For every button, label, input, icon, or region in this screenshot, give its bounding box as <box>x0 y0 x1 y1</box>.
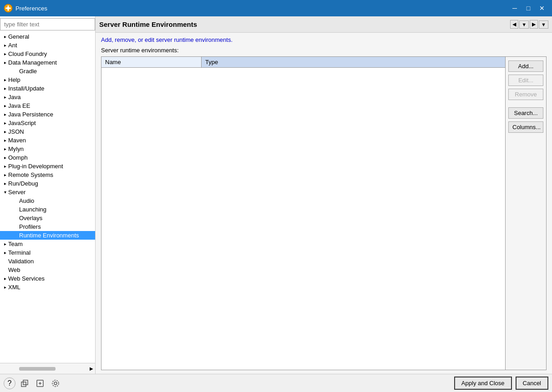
minimize-button[interactable]: ─ <box>508 2 521 15</box>
tree-arrow-profilers <box>13 224 19 230</box>
panel-description: Add, remove, or edit server runtime envi… <box>101 36 547 43</box>
filter-input[interactable] <box>0 18 95 30</box>
tree-label-maven: Maven <box>8 137 93 144</box>
tree-label-terminal: Terminal <box>8 249 93 256</box>
tree-arrow-remote-systems: ▸ <box>2 172 8 178</box>
tree-label-install-update: Install/Update <box>8 85 93 92</box>
sidebar-item-gradle[interactable]: Gradle <box>0 67 95 75</box>
maximize-button[interactable]: □ <box>522 2 535 15</box>
apply-and-close-button[interactable]: Apply and Close <box>454 377 512 390</box>
tree-arrow-java: ▸ <box>2 94 8 101</box>
sidebar-item-javascript[interactable]: ▸JavaScript <box>0 119 95 127</box>
tree-arrow-javascript: ▸ <box>2 120 8 126</box>
sidebar-item-plugin-dev[interactable]: ▸Plug-in Development <box>0 162 95 171</box>
tree-label-overlays: Overlays <box>19 215 93 221</box>
sidebar-item-general[interactable]: ▸General <box>0 32 95 41</box>
status-bar: ? Apply and Close Cancel <box>0 374 552 392</box>
sidebar-item-profilers[interactable]: Profilers <box>0 222 95 231</box>
help-icon-button[interactable]: ? <box>4 377 15 389</box>
button-column: Add... Edit... Remove Search... Columns.… <box>505 57 546 370</box>
main-area: ▸General▸Ant▸Cloud Foundry▸Data Manageme… <box>0 16 552 374</box>
sidebar-item-remote-systems[interactable]: ▸Remote Systems <box>0 171 95 179</box>
sidebar-item-team[interactable]: ▸Team <box>0 240 95 248</box>
column-name-header[interactable]: Name <box>101 57 202 67</box>
tree-label-run-debug: Run/Debug <box>8 180 93 187</box>
back-button[interactable]: ◀ <box>510 20 518 29</box>
tree-label-java-persistence: Java Persistence <box>8 111 93 118</box>
sidebar-item-terminal[interactable]: ▸Terminal <box>0 248 95 257</box>
sidebar-item-maven[interactable]: ▸Maven <box>0 136 95 145</box>
tree-label-web-services: Web Services <box>8 275 93 282</box>
tree-label-server: Server <box>8 189 93 196</box>
tree-arrow-team: ▸ <box>2 241 8 247</box>
tree-arrow-audio <box>13 198 19 204</box>
sidebar-item-java-persistence[interactable]: ▸Java Persistence <box>0 110 95 119</box>
sidebar-item-web-services[interactable]: ▸Web Services <box>0 274 95 283</box>
tree-label-xml: XML <box>8 284 93 291</box>
tree-label-team: Team <box>8 241 93 247</box>
remove-button[interactable]: Remove <box>508 89 543 100</box>
sidebar-item-oomph[interactable]: ▸Oomph <box>0 153 95 162</box>
sidebar-item-install-update[interactable]: ▸Install/Update <box>0 84 95 93</box>
add-button[interactable]: Add... <box>508 60 543 72</box>
table-outer: Name Type Add... Edit... Remove Search..… <box>101 56 547 370</box>
restore-icon-button[interactable] <box>18 377 31 390</box>
table-header: Name Type <box>101 57 505 68</box>
sidebar-item-data-management[interactable]: ▸Data Management <box>0 58 95 67</box>
svg-rect-2 <box>21 382 26 387</box>
sidebar-item-help[interactable]: ▸Help <box>0 75 95 84</box>
sidebar-item-cloud-foundry[interactable]: ▸Cloud Foundry <box>0 50 95 58</box>
edit-button[interactable]: Edit... <box>508 75 543 86</box>
sidebar-item-audio[interactable]: Audio <box>0 196 95 205</box>
table-body[interactable] <box>101 68 505 370</box>
sidebar-item-run-debug[interactable]: ▸Run/Debug <box>0 179 95 188</box>
tree-label-remote-systems: Remote Systems <box>8 171 93 178</box>
tree-label-plugin-dev: Plug-in Development <box>8 163 93 170</box>
sidebar-scrollbar-area: ▶ <box>0 363 95 374</box>
sidebar-item-mylyn[interactable]: ▸Mylyn <box>0 145 95 153</box>
column-type-header[interactable]: Type <box>202 57 505 67</box>
sidebar-item-runtime-envs[interactable]: Runtime Environments <box>0 231 95 240</box>
svg-point-6 <box>52 380 59 387</box>
forward-dropdown-button[interactable]: ▼ <box>539 20 548 29</box>
tree-label-help: Help <box>8 76 93 83</box>
tree-arrow-maven: ▸ <box>2 137 8 144</box>
back-dropdown-button[interactable]: ▼ <box>519 20 529 29</box>
close-button[interactable]: ✕ <box>536 2 548 15</box>
forward-button[interactable]: ▶ <box>530 20 538 29</box>
sidebar-item-launching[interactable]: Launching <box>0 205 95 214</box>
panel-toolbar: ◀ ▼ ▶ ▼ <box>510 20 548 29</box>
sidebar-item-overlays[interactable]: Overlays <box>0 214 95 222</box>
export-icon-button[interactable] <box>34 377 46 390</box>
columns-button[interactable]: Columns... <box>508 121 543 133</box>
sidebar-item-ant[interactable]: ▸Ant <box>0 41 95 50</box>
search-button[interactable]: Search... <box>508 107 543 119</box>
tree-label-javascript: JavaScript <box>8 120 93 126</box>
tree-arrow-launching <box>13 206 19 213</box>
tree-label-profilers: Profilers <box>19 223 93 230</box>
settings-icon-button[interactable] <box>49 377 62 390</box>
sidebar-item-java-ee[interactable]: ▸Java EE <box>0 101 95 110</box>
sidebar-item-xml[interactable]: ▸XML <box>0 283 95 291</box>
tree-arrow-gradle <box>13 68 19 75</box>
tree-arrow-validation <box>2 258 8 265</box>
tree-arrow-mylyn: ▸ <box>2 146 8 152</box>
sidebar-item-server[interactable]: ▾Server <box>0 188 95 196</box>
tree-label-json: JSON <box>8 128 93 135</box>
sidebar-scrollbar[interactable] <box>19 367 56 371</box>
tree-arrow-overlays <box>13 215 19 221</box>
sidebar-item-java[interactable]: ▸Java <box>0 93 95 101</box>
cancel-button[interactable]: Cancel <box>516 377 548 390</box>
sidebar-scroll-right[interactable]: ▶ <box>90 366 93 371</box>
sidebar-item-web[interactable]: Web <box>0 266 95 274</box>
sidebar-item-json[interactable]: ▸JSON <box>0 127 95 136</box>
tree-label-java-ee: Java EE <box>8 102 93 109</box>
status-icons: ? <box>4 377 62 390</box>
tree-label-general: General <box>8 33 93 40</box>
tree-arrow-java-persistence: ▸ <box>2 111 8 118</box>
tree-arrow-json: ▸ <box>2 129 8 135</box>
tree-label-oomph: Oomph <box>8 154 93 161</box>
tree-arrow-help: ▸ <box>2 77 8 83</box>
svg-rect-3 <box>23 380 28 385</box>
sidebar-item-validation[interactable]: Validation <box>0 257 95 266</box>
